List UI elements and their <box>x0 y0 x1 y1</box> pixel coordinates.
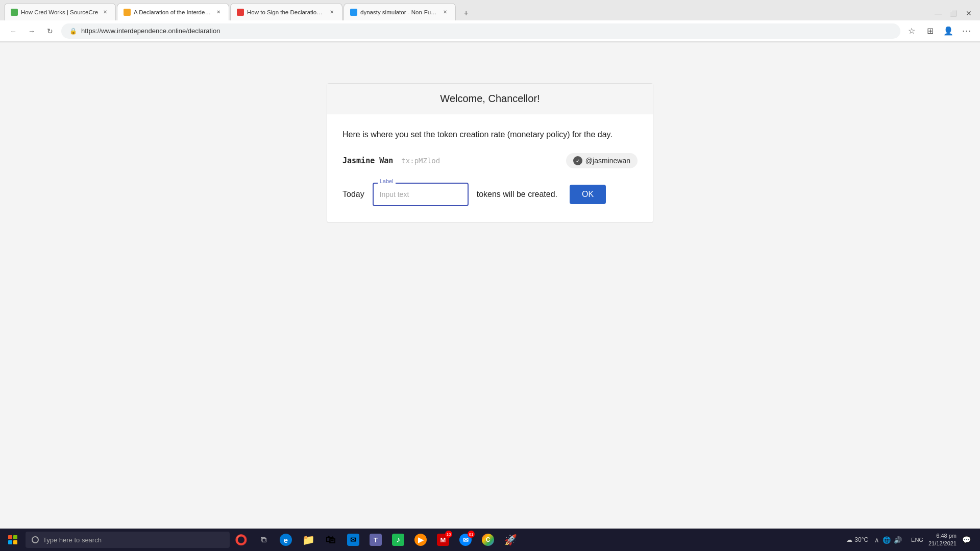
start-button[interactable] <box>0 529 26 551</box>
today-label: Today <box>342 190 364 199</box>
back-button[interactable]: ← <box>6 24 20 38</box>
show-hidden-icons[interactable]: ∧ <box>874 536 879 544</box>
edge-app-icon[interactable]: e <box>275 529 297 551</box>
clock-time: 6:48 pm <box>928 532 957 540</box>
tab-2-favicon <box>124 9 131 16</box>
volume-icon[interactable]: 🔊 <box>894 536 902 544</box>
cortana-button[interactable]: ⭕ <box>230 529 252 551</box>
taskbar-clock[interactable]: 6:48 pm 21/12/2021 <box>928 532 957 548</box>
input-row: Today Label tokens will be created. OK <box>342 183 638 206</box>
profile-icon[interactable]: 👤 <box>941 24 955 38</box>
badge-count: 10 <box>445 531 452 538</box>
lock-icon: 🔒 <box>69 28 77 35</box>
weather-area: ☁ 30°C <box>846 536 868 543</box>
tab-4-title: dynasty simulator - Non-Fungib... <box>360 9 438 15</box>
chrome-app-icon[interactable]: C <box>477 529 499 551</box>
weather-temp: 30°C <box>854 536 868 543</box>
token-amount-input[interactable] <box>373 183 469 206</box>
network-icon[interactable]: 🌐 <box>883 536 891 544</box>
card-description: Here is where you set the token creation… <box>342 129 638 141</box>
user-tx: tx:pMZlod <box>401 157 440 165</box>
taskbar: Type here to search ⭕ ⧉ e 📁 🛍 ✉ T ♪ ▶ M … <box>0 529 980 551</box>
windows-logo-icon <box>8 535 17 544</box>
tab-3-close[interactable]: ✕ <box>328 8 336 16</box>
tab-2-title: A Declaration of the Interdepende... <box>134 9 211 15</box>
tab-1[interactable]: How Cred Works | SourceCre ✕ <box>4 3 116 20</box>
tab-1-close[interactable]: ✕ <box>101 8 109 16</box>
favorites-icon[interactable]: ☆ <box>904 24 919 38</box>
tab-4[interactable]: dynasty simulator - Non-Fungib... ✕ <box>344 3 456 20</box>
url-text: https://www.interdependence.online/decla… <box>81 27 220 35</box>
tab-2[interactable]: A Declaration of the Interdepende... ✕ <box>117 3 229 20</box>
tab-bar: How Cred Works | SourceCre ✕ A Declarati… <box>0 0 980 20</box>
user-row: Jasmine Wan tx:pMZlod ✓ @jasminewan <box>342 153 638 168</box>
maximize-button[interactable]: ⬜ <box>946 6 961 20</box>
forward-button[interactable]: → <box>24 24 39 38</box>
card-header: Welcome, Chancellor! <box>327 84 653 114</box>
browser-chrome: How Cred Works | SourceCre ✕ A Declarati… <box>0 0 980 42</box>
tab-3[interactable]: How to Sign the Declaration of I... ✕ <box>230 3 342 20</box>
user-name: Jasmine Wan <box>342 156 393 165</box>
language-indicator: ENG <box>911 537 923 543</box>
tab-3-favicon <box>237 9 244 16</box>
user-handle: @jasminewan <box>585 157 630 165</box>
weather-icon: ☁ <box>846 536 852 543</box>
token-input-wrapper: Label <box>373 183 469 206</box>
tab-1-favicon <box>11 9 18 16</box>
ms-store-app-icon[interactable]: 🛍 <box>320 529 342 551</box>
notification-center-button[interactable]: 💬 <box>959 529 974 551</box>
file-explorer-app-icon[interactable]: 📁 <box>297 529 320 551</box>
verified-icon: ✓ <box>573 156 582 165</box>
messenger-badge: 61 <box>468 531 475 538</box>
taskbar-search[interactable]: Type here to search <box>26 532 230 548</box>
tab-1-title: How Cred Works | SourceCre <box>21 9 98 15</box>
tokens-text: tokens will be created. <box>477 190 557 199</box>
messenger-app-icon[interactable]: ✉ 61 <box>454 529 477 551</box>
card: Welcome, Chancellor! Here is where you s… <box>327 83 653 223</box>
tab-3-title: How to Sign the Declaration of I... <box>247 9 325 15</box>
mail-app-icon[interactable]: ✉ <box>342 529 364 551</box>
tab-2-close[interactable]: ✕ <box>214 8 223 16</box>
address-bar[interactable]: 🔒 https://www.interdependence.online/dec… <box>61 23 900 39</box>
minimize-button[interactable]: — <box>931 6 945 20</box>
reload-button[interactable]: ↻ <box>43 24 57 38</box>
taskbar-apps: e 📁 🛍 ✉ T ♪ ▶ M 10 ✉ 61 C <box>275 529 522 551</box>
task-view-button[interactable]: ⧉ <box>252 529 275 551</box>
close-button[interactable]: ✕ <box>962 6 976 20</box>
input-float-label: Label <box>378 178 396 184</box>
ok-button[interactable]: OK <box>570 185 606 204</box>
teams-app-icon[interactable]: T <box>364 529 387 551</box>
taskbar-search-text: Type here to search <box>43 536 102 544</box>
rocket-app-icon[interactable]: 🚀 <box>499 529 522 551</box>
collections-icon[interactable]: ⊞ <box>923 24 937 38</box>
nav-bar: ← → ↻ 🔒 https://www.interdependence.onli… <box>0 20 980 42</box>
page-content: Welcome, Chancellor! Here is where you s… <box>0 42 980 529</box>
new-tab-button[interactable]: + <box>459 6 473 20</box>
spotify-app-icon[interactable]: ♪ <box>387 529 409 551</box>
card-body: Here is where you set the token creation… <box>327 114 653 222</box>
vlc-app-icon[interactable]: ▶ <box>409 529 432 551</box>
system-icons: ∧ 🌐 🔊 <box>874 536 902 544</box>
tab-4-close[interactable]: ✕ <box>441 8 449 16</box>
taskbar-right: ☁ 30°C ∧ 🌐 🔊 ENG 6:48 pm 21/12/2021 💬 <box>840 529 980 551</box>
tab-4-favicon <box>350 9 357 16</box>
clock-date: 21/12/2021 <box>928 540 957 547</box>
badge-app-icon[interactable]: M 10 <box>432 529 454 551</box>
user-handle-badge: ✓ @jasminewan <box>566 153 638 168</box>
search-icon <box>32 536 39 543</box>
more-options-icon[interactable]: ··· <box>960 24 974 38</box>
